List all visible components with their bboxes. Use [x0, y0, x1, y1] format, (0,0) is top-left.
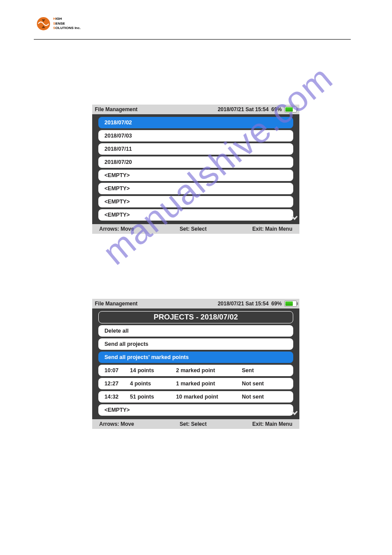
- company-logo: HIGH SENSE SOLUTIONS Inc.: [36, 17, 81, 31]
- file-row[interactable]: <EMPTY>: [98, 196, 293, 207]
- hint-exit: Exit: Main Menu: [252, 226, 292, 232]
- projects-header: PROJECTS - 2018/07/02: [98, 311, 293, 323]
- device-screenshot-1: File Management 2018/07/21 Sat 15:54 69%…: [92, 105, 299, 234]
- hint-set: Set: Select: [180, 226, 206, 232]
- project-status: Not sent: [242, 381, 287, 387]
- status-bar: File Management 2018/07/21 Sat 15:54 69%: [92, 105, 299, 114]
- hint-set: Set: Select: [180, 421, 206, 427]
- project-points: 51 points: [130, 394, 176, 400]
- status-right: 2018/07/21 Sat 15:54 69%: [218, 301, 297, 307]
- battery-icon: [284, 301, 297, 307]
- page-header: HIGH SENSE SOLUTIONS Inc.: [34, 13, 351, 40]
- project-status: Sent: [242, 367, 287, 374]
- project-status: Not sent: [242, 394, 287, 400]
- screen-title: File Management: [95, 301, 137, 307]
- project-row-empty[interactable]: <EMPTY>: [98, 404, 293, 416]
- footer-bar: Arrows: Move Set: Select Exit: Main Menu: [92, 419, 299, 429]
- device-screenshot-2: File Management 2018/07/21 Sat 15:54 69%…: [92, 299, 299, 429]
- file-row[interactable]: <EMPTY>: [98, 170, 293, 181]
- file-row[interactable]: 2018/07/02: [98, 117, 293, 128]
- file-row[interactable]: 2018/07/03: [98, 130, 293, 141]
- file-row[interactable]: 2018/07/11: [98, 143, 293, 155]
- screen-body: 2018/07/02 2018/07/03 2018/07/11 2018/07…: [92, 114, 299, 224]
- datetime: 2018/07/21 Sat 15:54: [218, 301, 269, 307]
- screen-title: File Management: [95, 106, 137, 112]
- project-points: 14 points: [130, 367, 176, 374]
- project-row[interactable]: 12:27 4 points 1 marked point Not sent: [98, 378, 293, 389]
- footer-bar: Arrows: Move Set: Select Exit: Main Menu: [92, 224, 299, 234]
- manual-page: HIGH SENSE SOLUTIONS Inc. manualshive.co…: [0, 0, 392, 555]
- action-delete-all[interactable]: Delete all: [98, 325, 293, 337]
- datetime: 2018/07/21 Sat 15:54: [218, 106, 269, 112]
- down-arrow-icon[interactable]: [291, 410, 298, 417]
- project-marked: 10 marked point: [176, 394, 242, 400]
- action-send-all-marked-points[interactable]: Send all projects' marked points: [98, 352, 293, 363]
- project-time: 12:27: [104, 381, 130, 387]
- project-time: 14:32: [104, 394, 130, 400]
- project-time: 10:07: [104, 367, 130, 374]
- hint-exit: Exit: Main Menu: [252, 421, 292, 427]
- project-marked: 2 marked point: [176, 367, 242, 374]
- action-send-all-projects[interactable]: Send all projects: [98, 338, 293, 350]
- project-marked: 1 marked point: [176, 381, 242, 387]
- project-row[interactable]: 10:07 14 points 2 marked point Sent: [98, 365, 293, 376]
- project-points: 4 points: [130, 381, 176, 387]
- hint-arrows: Arrows: Move: [99, 421, 134, 427]
- file-row[interactable]: <EMPTY>: [98, 183, 293, 194]
- logo-icon: [36, 17, 50, 31]
- battery-icon: [284, 106, 297, 112]
- status-right: 2018/07/21 Sat 15:54 69%: [218, 106, 297, 112]
- down-arrow-icon[interactable]: [291, 214, 298, 222]
- project-row[interactable]: 14:32 51 points 10 marked point Not sent: [98, 391, 293, 403]
- battery-percent: 69%: [271, 301, 282, 307]
- file-row[interactable]: 2018/07/20: [98, 156, 293, 168]
- battery-percent: 69%: [271, 106, 282, 112]
- status-bar: File Management 2018/07/21 Sat 15:54 69%: [92, 299, 299, 308]
- file-row[interactable]: <EMPTY>: [98, 209, 293, 221]
- hint-arrows: Arrows: Move: [99, 226, 134, 232]
- screen-body: PROJECTS - 2018/07/02 Delete all Send al…: [92, 308, 299, 419]
- company-name: HIGH SENSE SOLUTIONS Inc.: [53, 17, 81, 30]
